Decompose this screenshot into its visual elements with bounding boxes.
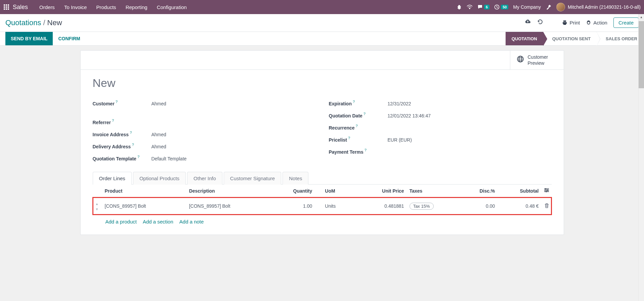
scroll-up-arrow[interactable]: ▲	[639, 14, 644, 20]
activities-icon[interactable]: 50	[494, 4, 508, 10]
add-section-link[interactable]: Add a section	[143, 219, 173, 224]
apps-grid-icon[interactable]	[3, 4, 9, 10]
columns-settings-icon[interactable]	[544, 188, 549, 194]
svg-rect-3	[4, 6, 5, 8]
tools-icon[interactable]	[546, 4, 552, 10]
svg-rect-4	[6, 6, 7, 8]
customer-preview-button[interactable]: Customer Preview	[510, 51, 564, 69]
tab-notes[interactable]: Notes	[283, 172, 308, 185]
th-description[interactable]: Description	[186, 185, 271, 197]
help-icon[interactable]: ?	[363, 112, 366, 116]
create-button[interactable]: Create	[613, 17, 639, 28]
breadcrumb: Quotations / New	[5, 18, 62, 27]
th-disc[interactable]: Disc.%	[460, 185, 498, 197]
svg-rect-1	[6, 4, 7, 6]
user-menu[interactable]: Mitchell Admin (21490321-16-0-all)	[556, 3, 641, 11]
th-subtotal[interactable]: Subtotal	[498, 185, 541, 197]
scrollbar[interactable]: ▲	[638, 14, 644, 248]
svg-rect-0	[4, 4, 5, 6]
value-recurrence[interactable]	[388, 124, 552, 125]
order-lines-table: Product Description Quantity UoM Unit Pr…	[93, 185, 552, 215]
help-icon[interactable]: ?	[112, 118, 114, 122]
nav-to-invoice[interactable]: To Invoice	[59, 0, 92, 14]
send-by-email-button[interactable]: SEND BY EMAIL	[5, 32, 53, 45]
label-expiration: Expiration	[329, 101, 352, 106]
add-product-link[interactable]: Add a product	[105, 219, 137, 224]
cell-description[interactable]: [CONS_89957] Bolt	[186, 197, 271, 215]
svg-rect-5	[8, 6, 9, 8]
activities-badge: 50	[501, 5, 508, 9]
delete-row-icon[interactable]	[545, 204, 549, 209]
messaging-icon[interactable]: 6	[477, 4, 489, 10]
wifi-icon[interactable]	[467, 5, 473, 9]
scroll-thumb[interactable]	[639, 21, 644, 88]
drag-handle-icon[interactable]: ▲▼	[95, 202, 99, 211]
value-invoice-address[interactable]: Ahmed	[152, 131, 315, 137]
tab-order-lines[interactable]: Order Lines	[93, 172, 132, 185]
value-quotation-template[interactable]: Default Template	[152, 155, 315, 161]
bug-icon[interactable]	[457, 4, 462, 10]
svg-rect-8	[8, 8, 9, 10]
help-icon[interactable]: ?	[130, 131, 132, 135]
nav-reporting[interactable]: Reporting	[121, 0, 152, 14]
cell-uom[interactable]: Units	[315, 197, 357, 215]
cell-disc[interactable]: 0.00	[460, 197, 498, 215]
tab-customer-signature[interactable]: Customer Signature	[224, 172, 281, 185]
breadcrumb-root[interactable]: Quotations	[5, 18, 41, 27]
control-bar: Quotations / New Print Action Create	[0, 14, 644, 32]
label-customer: Customer	[93, 101, 115, 106]
print-button[interactable]: Print	[562, 20, 580, 26]
table-row[interactable]: ▲▼ [CONS_89957] Bolt [CONS_89957] Bolt 1…	[93, 197, 552, 215]
value-referrer[interactable]	[152, 119, 315, 120]
help-icon[interactable]: ?	[364, 148, 367, 152]
nav-configuration[interactable]: Configuration	[152, 0, 191, 14]
th-uom[interactable]: UoM	[315, 185, 357, 197]
confirm-button[interactable]: CONFIRM	[53, 32, 85, 45]
value-payment-terms[interactable]	[388, 149, 552, 149]
nav-orders[interactable]: Orders	[35, 0, 59, 14]
tab-other-info[interactable]: Other Info	[187, 172, 222, 185]
label-pricelist: Pricelist	[329, 137, 347, 143]
step-quotation[interactable]: QUOTATION	[506, 32, 543, 45]
th-taxes[interactable]: Taxes	[407, 185, 460, 197]
action-button[interactable]: Action	[586, 20, 607, 26]
value-customer[interactable]: Ahmed	[152, 100, 315, 106]
breadcrumb-current: New	[47, 18, 62, 27]
step-sales-order[interactable]: SALES ORDER	[597, 32, 644, 45]
value-delivery-address[interactable]: Ahmed	[152, 143, 315, 149]
cloud-save-icon[interactable]	[524, 19, 531, 26]
help-icon[interactable]: ?	[137, 155, 140, 159]
help-icon[interactable]: ?	[116, 100, 118, 104]
company-switcher[interactable]: My Company	[513, 4, 541, 10]
app-name[interactable]: Sales	[13, 4, 28, 11]
help-icon[interactable]: ?	[356, 124, 358, 128]
svg-rect-2	[8, 4, 9, 6]
th-quantity[interactable]: Quantity	[271, 185, 315, 197]
value-pricelist[interactable]: EUR (EUR)	[388, 137, 552, 143]
help-icon[interactable]: ?	[132, 143, 134, 147]
status-steps: QUOTATION QUOTATION SENT SALES ORDER	[506, 32, 644, 45]
svg-point-9	[469, 8, 470, 9]
cell-product[interactable]: [CONS_89957] Bolt	[102, 197, 186, 215]
record-title: New	[93, 77, 552, 90]
nav-products[interactable]: Products	[91, 0, 121, 14]
globe-icon	[516, 55, 524, 65]
help-icon[interactable]: ?	[348, 136, 350, 140]
value-quotation-date[interactable]: 12/01/2022 13:46:47	[388, 112, 552, 118]
tab-optional-products[interactable]: Optional Products	[133, 172, 186, 185]
cell-quantity[interactable]: 1.00	[271, 197, 315, 215]
svg-point-18	[546, 191, 547, 192]
cell-taxes[interactable]: Tax 15%	[407, 197, 460, 215]
avatar	[556, 3, 565, 11]
svg-rect-7	[6, 8, 7, 10]
breadcrumb-separator: /	[43, 18, 45, 27]
step-quotation-sent[interactable]: QUOTATION SENT	[543, 32, 597, 45]
value-expiration[interactable]: 12/31/2022	[388, 100, 552, 106]
th-unit-price[interactable]: Unit Price	[357, 185, 407, 197]
th-product[interactable]: Product	[102, 185, 186, 197]
help-icon[interactable]: ?	[353, 100, 355, 104]
action-label: Action	[593, 20, 607, 26]
add-note-link[interactable]: Add a note	[179, 219, 204, 224]
cell-unit-price[interactable]: 0.481881	[357, 197, 407, 215]
discard-icon[interactable]	[537, 19, 543, 27]
